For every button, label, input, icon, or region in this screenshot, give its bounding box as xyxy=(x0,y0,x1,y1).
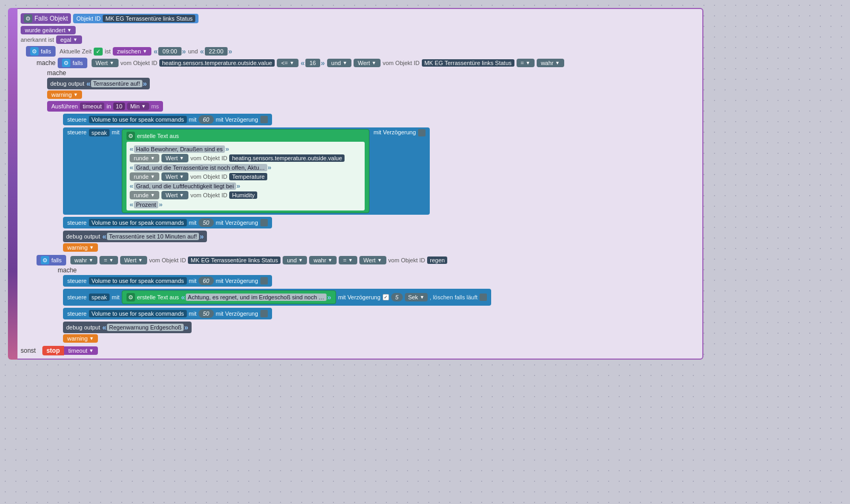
debug-3-row: debug output « Regenwarnung Erdgeschoß » xyxy=(63,322,698,333)
und-pill-2[interactable]: und ▼ xyxy=(283,256,307,264)
stop-timeout-block[interactable]: stop timeout ▼ xyxy=(42,346,98,355)
warning-2-row: warning ▼ xyxy=(63,243,698,252)
objekt-id-label: Objekt ID xyxy=(76,15,101,22)
steuere-vol-60b-block[interactable]: steuere Volume to use for speak commands… xyxy=(63,275,272,287)
wahr-pill-3[interactable]: wahr ▼ xyxy=(309,256,337,264)
eq-pill[interactable]: = ▼ xyxy=(517,59,535,67)
delay-checkbox-3[interactable] xyxy=(260,219,268,226)
volume-cmd-1: Volume to use for speak commands xyxy=(89,116,187,123)
steuere-speak-2-block: steuere speak mit ⚙ erstelle Text aus xyxy=(63,289,491,306)
wert-pill-4[interactable]: Wert ▼ xyxy=(161,172,188,181)
steuere-vol-60-block[interactable]: steuere Volume to use for speak commands… xyxy=(63,114,272,125)
time2-value[interactable]: 22:00 xyxy=(205,47,228,56)
anerkannt-row: anerkannt ist egal ▼ xyxy=(21,35,698,44)
warning-2-badge[interactable]: warning ▼ xyxy=(63,243,98,252)
hallo-string: « Hallo Bewohner, Draußen sind es » xyxy=(130,145,229,153)
und-pill[interactable]: und ▼ xyxy=(327,59,351,67)
delay-checkbox-4[interactable] xyxy=(260,277,268,285)
prozent-string: « Prozent » xyxy=(130,200,162,208)
delay-checkbox-2[interactable] xyxy=(418,129,426,136)
prozent-text: Prozent xyxy=(134,201,158,208)
min-pill[interactable]: Min ▼ xyxy=(127,103,149,110)
wert-pill-2[interactable]: Wert ▼ xyxy=(354,59,381,67)
num5-value[interactable]: 5 xyxy=(391,293,403,301)
vom-label-2: vom Objekt ID xyxy=(383,60,420,66)
num10-value[interactable]: 10 xyxy=(113,103,125,110)
wahr-pill-2[interactable]: wahr ▼ xyxy=(70,256,98,264)
num60-value[interactable]: 60 xyxy=(198,115,213,124)
gear-icon-5: ⚙ xyxy=(41,256,49,264)
num16-block: « 16 » xyxy=(301,59,325,67)
timeout-pill[interactable]: timeout ▼ xyxy=(64,346,98,355)
runde-2-row: runde ▼ Wert ▼ vom Objekt ID xyxy=(130,172,361,181)
sonst-section: sonst stop timeout ▼ xyxy=(21,346,698,355)
debug-1-row: debug output « Terrassentüre auf! » xyxy=(47,78,698,89)
delay-checkbox-1[interactable] xyxy=(260,116,268,123)
sek-pill[interactable]: Sek ▼ xyxy=(405,293,428,301)
wurde-geaendert-pill[interactable]: wurde geändert ▼ xyxy=(21,26,76,34)
grad-string-1: « Grad, und die Terrassentüre ist noch o… xyxy=(130,163,272,171)
page-wrapper: ⚙ Falls Objekt Objekt ID MK EG Terrassen… xyxy=(0,0,850,368)
sonst-label: sonst xyxy=(21,347,36,354)
achtung-string: « Achtung, es regnet, und im Erdgeschoß … xyxy=(181,293,331,301)
wert-pill-5[interactable]: Wert ▼ xyxy=(161,191,188,199)
warning-3-badge[interactable]: warning ▼ xyxy=(63,334,98,343)
falls-2-block[interactable]: ⚙ falls xyxy=(58,58,87,68)
vom-label-5: vom Objekt ID xyxy=(191,192,228,198)
falls-1-block[interactable]: ⚙ falls xyxy=(26,46,56,57)
steuere-vol-50-block[interactable]: steuere Volume to use for speak commands… xyxy=(63,217,272,228)
erstelle-text-header-2: ⚙ erstelle Text aus « Achtung, es regnet… xyxy=(126,293,331,301)
debug-2-block: debug output « Terrassentüre seit 10 Min… xyxy=(63,231,207,242)
eq-pill-2[interactable]: = ▼ xyxy=(100,256,117,264)
objekt-id-block[interactable]: Objekt ID MK EG Terrassentüre links Stat… xyxy=(73,14,198,23)
falls-objekt-block[interactable]: ⚙ Falls Objekt xyxy=(21,13,71,24)
time2-block: « 22:00 » xyxy=(200,47,232,56)
num60b-value[interactable]: 60 xyxy=(198,277,213,285)
steuere-speak-row: steuere speak mit ⚙ erstelle Text aus xyxy=(63,127,698,215)
mache-1-row: mache ⚙ falls Wert ▼ xyxy=(37,58,698,68)
vom-label-1: vom Objekt ID xyxy=(121,60,158,66)
sonst-row: sonst stop timeout ▼ xyxy=(21,346,698,355)
erstelle-text-block: ⚙ erstelle Text aus « xyxy=(122,129,369,213)
num16-value[interactable]: 16 xyxy=(305,59,320,67)
warning-1-row: warning ▼ xyxy=(47,90,698,99)
ausfuehren-row: Ausführen timeout in 10 Min ▼ ms xyxy=(47,101,698,112)
wert-pill-7[interactable]: Wert ▼ xyxy=(359,256,386,264)
falls-3-row: ⚙ falls wahr ▼ = ▼ xyxy=(37,255,698,265)
check-icon: ✓ xyxy=(94,48,103,56)
falls-3-block[interactable]: ⚙ falls xyxy=(37,255,66,265)
steuere-speak-2-row: steuere speak mit ⚙ erstelle Text aus xyxy=(63,289,698,306)
num50-value[interactable]: 50 xyxy=(198,218,213,227)
wahr-pill[interactable]: wahr ▼ xyxy=(537,59,564,67)
runde-1-pill[interactable]: runde ▼ xyxy=(130,154,159,162)
grad-1-row: « Grad, und die Terrassentüre ist noch o… xyxy=(130,163,361,171)
delay-checkbox-7[interactable] xyxy=(260,310,268,317)
egal-pill[interactable]: egal ▼ xyxy=(56,35,82,44)
warning-1-badge[interactable]: warning ▼ xyxy=(47,90,82,99)
timeout-label: timeout xyxy=(80,103,104,110)
eq-pill-3[interactable]: = ▼ xyxy=(339,256,357,264)
delay-check-5[interactable]: ✓ xyxy=(383,294,389,300)
speak-2-label: speak xyxy=(89,294,110,301)
time1-value[interactable]: 09:00 xyxy=(158,47,182,56)
zwischen-pill[interactable]: zwischen ▼ xyxy=(113,47,151,56)
runde-1-row: runde ▼ Wert ▼ vom Objekt ID xyxy=(130,154,361,162)
mache-1-label: mache xyxy=(37,59,56,67)
num50b-value[interactable]: 50 xyxy=(198,309,213,318)
delay-checkbox-6[interactable] xyxy=(480,294,487,301)
runde-2-pill[interactable]: runde ▼ xyxy=(130,172,159,181)
ausfuehren-block[interactable]: Ausführen timeout in 10 Min ▼ ms xyxy=(47,101,163,112)
wert-pill-3[interactable]: Wert ▼ xyxy=(161,154,188,162)
steuere-vol-50b-block[interactable]: steuere Volume to use for speak commands… xyxy=(63,308,272,319)
runde-3-pill[interactable]: runde ▼ xyxy=(130,191,159,199)
stop-btn[interactable]: stop xyxy=(42,346,64,355)
wert-pill-1[interactable]: Wert ▼ xyxy=(92,59,119,67)
grad-string-2: « Grad, und die Luftfeuchtigkeit liegt b… xyxy=(130,182,240,190)
wert-pill-6[interactable]: Wert ▼ xyxy=(120,256,147,264)
ms-label: ms xyxy=(151,103,159,109)
leq-pill[interactable]: <= ▼ xyxy=(277,59,299,67)
runde-3-row: runde ▼ Wert ▼ vom Objekt ID xyxy=(130,191,361,199)
steuere-speak-block: steuere speak mit ⚙ erstelle Text aus xyxy=(63,127,430,215)
ist-label: ist xyxy=(105,48,111,54)
regen-warn-string: « Regenwarnung Erdgeschoß » xyxy=(102,323,188,332)
